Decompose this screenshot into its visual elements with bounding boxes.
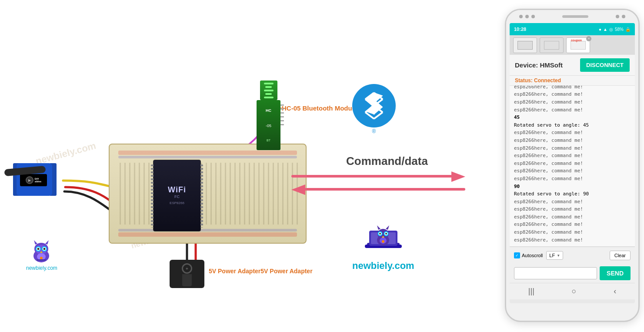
phone-indicator [622, 15, 625, 18]
hc05-pins [280, 104, 284, 125]
phone-screen: 10:28 ● ▲ ◎ 58% 🔒 × coupon [510, 23, 635, 303]
lf-dropdown[interactable]: LF ▼ [546, 251, 563, 260]
terminal-line: Rotated servo to angle: 90 [514, 190, 631, 198]
arrow-left [291, 184, 465, 194]
newbiely-text-left: newbiely.com [26, 265, 57, 271]
svg-point-39 [379, 233, 381, 235]
phone-bottom-nav: ||| ○ ‹ [510, 283, 635, 299]
nav-home-icon[interactable]: ○ [572, 287, 577, 296]
tab-2[interactable] [540, 37, 564, 53]
phone-dots [519, 15, 535, 18]
svg-rect-14 [37, 259, 46, 261]
newbiely-logo-center: newbiely.com [352, 218, 414, 272]
terminal-line: Rotated servo to angle: 45 [514, 121, 631, 129]
bluetooth-icon: ® [352, 84, 396, 134]
svg-point-40 [385, 233, 387, 235]
tab-1[interactable] [513, 37, 537, 53]
checkmark-icon: ✓ [515, 253, 519, 258]
phone-dot-3 [531, 15, 535, 18]
device-name: Device: HMSoft [515, 61, 563, 69]
servo-motor: ▶ DIY ables [9, 154, 61, 207]
svg-marker-34 [386, 225, 389, 230]
autoscroll-checkbox[interactable]: ✓ [514, 252, 520, 258]
terminal-line: esp8266here, command me! [514, 213, 631, 221]
svg-point-10 [37, 248, 40, 250]
newbiely-logo-left: newbiely.com [26, 239, 57, 271]
terminal-line: esp8266here, command me! [514, 91, 631, 98]
svg-point-15 [40, 257, 43, 259]
status-lock-icon: 🔒 [625, 27, 631, 32]
terminal-line: 90 [514, 183, 631, 191]
terminal-line: esp8266here, command me! [514, 129, 631, 137]
terminal-line: 45 [514, 114, 631, 121]
status-icons: ● ▲ ◎ 58% 🔒 [599, 27, 631, 32]
terminal-line: esp8266here, command me! [514, 106, 631, 114]
newbiely-text-center: newbiely.com [352, 260, 414, 272]
terminal-line: esp8266here, command me! [514, 86, 631, 91]
terminal-line: esp8266here, command me! [514, 175, 631, 183]
clear-button[interactable]: Clear [610, 251, 631, 260]
autoscroll-control[interactable]: ✓ Autoscroll [514, 252, 543, 258]
dropdown-arrow-icon: ▼ [557, 254, 560, 258]
send-button[interactable]: SEND [600, 266, 631, 280]
phone-top-bar [506, 10, 638, 23]
tab-close-btn[interactable]: × [586, 36, 591, 41]
hc05-label: HC-05 Bluetooth Module [282, 104, 357, 112]
power-label: 5V Power Adapter5V Power Adapter [209, 268, 313, 275]
autoscroll-label: Autoscroll [522, 253, 543, 258]
device-header: Device: HMSoft DISCONNECT [510, 55, 635, 76]
svg-marker-4 [45, 240, 49, 245]
command-label: Command/data [291, 154, 483, 168]
phone-speaker [562, 15, 588, 18]
nav-back-icon[interactable]: ||| [528, 287, 534, 296]
command-arrows: Command/data [291, 154, 483, 194]
status-time: 10:28 [514, 27, 526, 32]
terminal-line: esp8266here, command me! [514, 144, 631, 152]
phone-top-right [616, 15, 625, 18]
connection-status: Status: Connected [510, 76, 635, 86]
phone-dot-1 [519, 15, 523, 18]
breadboard: WiFi FC ESP8266 [109, 144, 307, 244]
status-battery: 58% [615, 27, 624, 32]
arrow-right [291, 171, 465, 181]
svg-marker-33 [377, 225, 380, 230]
hc05-module: HC -05 BT [257, 80, 280, 150]
lf-label: LF [549, 253, 555, 258]
terminal-line: esp8266here, command me! [514, 236, 631, 244]
phone-camera [616, 15, 619, 18]
terminal-line: esp8266here, command me! [514, 167, 631, 175]
disconnect-button[interactable]: DISCONNECT [580, 58, 630, 72]
terminal-line: esp8266here, command me! [514, 152, 631, 160]
svg-marker-3 [34, 240, 37, 245]
tab-3[interactable]: × coupon [566, 37, 590, 53]
esp8266-chip: WiFi FC ESP8266 [153, 160, 201, 231]
bottom-controls: ✓ Autoscroll LF ▼ Clear [510, 247, 635, 264]
status-bar: 10:28 ● ▲ ◎ 58% 🔒 [510, 23, 635, 35]
power-adapter: + 5V Power Adapter5V Power Adapter [170, 260, 204, 288]
svg-point-11 [43, 248, 46, 250]
terminal-line: esp8266here, command me! [514, 160, 631, 168]
svg-point-43 [382, 240, 384, 243]
terminal-line: esp8266here, command me! [514, 137, 631, 144]
terminal-output: esp8266here, command me!esp8266here, com… [510, 86, 635, 247]
terminal-line: esp8266here, command me! [514, 205, 631, 213]
send-input[interactable] [514, 267, 597, 279]
phone-dot-2 [525, 15, 529, 18]
app-tabs: × coupon [510, 35, 635, 55]
diagram-area: newbiely.com newbiely.com [0, 0, 478, 332]
phone-mockup: 10:28 ● ▲ ◎ 58% 🔒 × coupon [505, 9, 640, 322]
terminal-line: esp8266here, command me! [514, 198, 631, 206]
terminal-line: esp8266here, command me! [514, 228, 631, 236]
status-signal-icon: ● [599, 27, 601, 32]
terminal-line: esp8266here, command me! [514, 98, 631, 106]
status-bluetooth-icon: ▲ [603, 27, 607, 32]
terminal-line: esp8266here, command me! [514, 221, 631, 228]
nav-recents-icon[interactable]: ‹ [614, 287, 616, 296]
send-area: SEND [510, 264, 635, 283]
status-wifi-icon: ◎ [609, 27, 613, 32]
